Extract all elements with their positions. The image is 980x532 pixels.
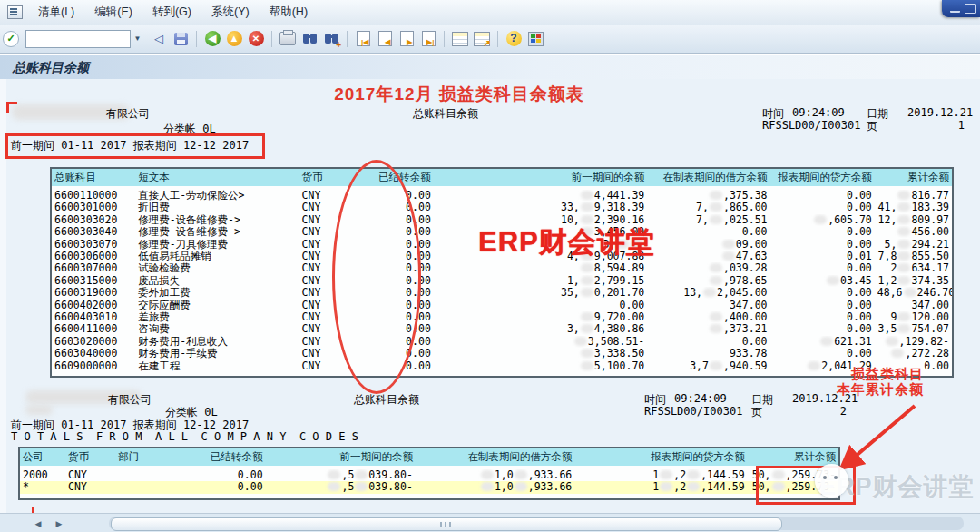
column-header: 前一期间的余额	[434, 169, 647, 188]
table-row[interactable]: 6600301000折旧费CNY0.0033,9,318.397,,865.00…	[52, 202, 952, 213]
table-cell: 1,0,933.66	[416, 468, 574, 481]
table-cell: 3,7,940.59	[647, 360, 769, 372]
blur-patch	[581, 276, 593, 285]
blur-patch	[722, 240, 735, 249]
table-row[interactable]: 6603020000财务费用-利息收入CNY0.003,508.51-0.006…	[52, 336, 952, 348]
blur-patch	[897, 263, 910, 272]
first-page-icon[interactable]	[353, 29, 373, 49]
table-cell: 816.77	[875, 188, 952, 202]
toolbar: ✓ ▼ ◁ ◀ ▲ ✕ ?	[0, 25, 980, 54]
table-header-row: 公司货币部门已结转余额前一期间的余额在制表期间的借方余额报表期间的贷方余额累计余…	[20, 448, 838, 468]
time-value: 09:24:09	[792, 106, 845, 119]
scroll-right-icon[interactable]: ▶	[51, 517, 67, 530]
table-cell: 0.00	[770, 226, 875, 238]
blur-patch	[481, 470, 494, 479]
exit-icon[interactable]: ▲	[224, 29, 244, 49]
save-icon[interactable]	[171, 29, 191, 49]
table-view-icon[interactable]	[450, 29, 470, 49]
table-cell: 4,441.39	[434, 188, 647, 202]
column-header: 在制表期间的借方余额	[416, 448, 574, 468]
scrollbar-track[interactable]	[109, 517, 964, 530]
blur-patch	[710, 263, 722, 272]
screen-menu-icon[interactable]	[7, 5, 23, 19]
table-cell: 0.00	[647, 226, 769, 238]
table-cell: CNY	[299, 188, 347, 202]
table-cell: CNY	[299, 348, 347, 360]
cancel-icon[interactable]: ✕	[246, 29, 266, 49]
blur-patch	[820, 337, 833, 346]
table-cell: 2000	[20, 468, 65, 481]
table-row[interactable]: 6609000000在建工程CNY0.005,100.703,7,940.592…	[52, 360, 952, 372]
table-cell: 1,2,799.15	[434, 275, 647, 287]
table-cell: 差旅费	[135, 311, 299, 323]
table-row[interactable]: 6600110000直接人工-劳动保险公>CNY0.004,441.39,375…	[52, 188, 952, 202]
table-cell: ,978.65	[647, 275, 769, 287]
blur-patch	[897, 276, 910, 285]
enter-left-icon[interactable]: ◁	[149, 29, 169, 49]
table-cell: 35,0,201.70	[434, 287, 647, 299]
print-icon[interactable]	[278, 29, 298, 49]
table-cell: 直接人工-劳动保险公>	[135, 188, 299, 202]
table-cell: 3,5754.07	[875, 323, 952, 335]
column-header: 公司	[20, 448, 65, 468]
command-field[interactable]	[25, 30, 131, 48]
page-next-icon	[400, 31, 414, 46]
table-row[interactable]: *CNY0.00,5039.80-1,0,933.661,2,144.5950,…	[20, 481, 838, 493]
help-icon[interactable]: ?	[504, 29, 524, 49]
enter-check-icon[interactable]: ✓	[1, 29, 21, 49]
program-id: RFSSLD00/I00301	[762, 119, 860, 132]
menu-list[interactable]: 清单(L)	[28, 3, 84, 22]
page-label: 页	[867, 119, 877, 134]
blur-patch	[827, 276, 839, 285]
table-cell: CNY	[65, 468, 115, 481]
command-dropdown-icon[interactable]: ▼	[131, 30, 144, 48]
table-row[interactable]: 6603040000财务费用-手续费CNY0.003,338.50933.780…	[52, 348, 952, 360]
column-header: 货币	[65, 448, 115, 468]
last-page-icon[interactable]	[418, 29, 438, 49]
time-value-2: 09:24:09	[674, 392, 727, 405]
menu-help[interactable]: 帮助(H)	[260, 3, 318, 22]
table-cell: 修理费-刀具修理费	[135, 239, 299, 251]
maximize-button[interactable]	[965, 4, 976, 14]
menu-goto[interactable]: 转到(G)	[142, 3, 201, 22]
printer-icon	[279, 32, 296, 45]
table-row[interactable]: 6600402000交际应酬费CNY0.000.00347.000.00347.…	[52, 300, 952, 311]
next-page-icon[interactable]	[397, 29, 416, 49]
previous-page-icon[interactable]	[375, 29, 395, 49]
scroll-left-icon[interactable]: ◀	[30, 517, 46, 530]
table-cell: 6600303070	[52, 239, 135, 251]
table-row[interactable]: 6600403010差旅费CNY0.009,720.00,400.000.009…	[52, 311, 952, 323]
table-cell: 3,4,380.86	[434, 323, 647, 335]
menu-edit[interactable]: 编辑(E)	[84, 3, 142, 22]
table-cell: 咨询费	[135, 323, 299, 335]
scrollbar-thumb[interactable]	[111, 517, 782, 531]
question-icon: ?	[506, 31, 522, 46]
table-row[interactable]: 6600315000废品损失CNY0.001,2,799.15,978.6503…	[52, 275, 952, 287]
table-cell: 试验检验费	[135, 262, 299, 274]
table-row[interactable]: 2000CNY0.00,5039.80-1,0,933.661,2,144.59…	[20, 468, 838, 481]
grid-arrow-icon	[474, 32, 490, 46]
back-icon[interactable]: ◀	[202, 29, 222, 49]
gl-balance-table-box: 总账科目短文本货币已结转余额前一期间的余额在制表期间的借方余额报表期间的贷方余额…	[50, 167, 954, 378]
grid-icon	[452, 32, 468, 46]
menu-system[interactable]: 系统(Y)	[201, 3, 260, 22]
blur-patch	[660, 482, 672, 491]
program-id-2: RFSSLD00/I00301	[644, 405, 742, 418]
table-cell: 6600110000	[52, 188, 135, 202]
table-cell: 0.00	[170, 468, 265, 481]
table-cell: 7,8855.50	[875, 251, 952, 262]
table-cell: 0.00	[434, 300, 647, 311]
table-cell: 6600402000	[52, 300, 135, 311]
blur-patch	[897, 251, 910, 261]
minimize-button[interactable]	[950, 5, 960, 13]
blur-patch	[897, 191, 910, 200]
table-cell: 3,508.51-	[434, 336, 647, 348]
table-row[interactable]: 6600411000咨询费CNY0.003,4,380.86,373.210.0…	[52, 323, 952, 335]
table-shortcut-icon[interactable]	[472, 29, 492, 49]
table-row[interactable]: 6600307000试验检验费CNY0.008,594.89,039.280.0…	[52, 262, 952, 274]
table-cell: 456.00	[875, 226, 952, 238]
customize-layout-icon[interactable]	[525, 29, 545, 49]
find-next-icon[interactable]	[321, 29, 341, 49]
find-icon[interactable]	[299, 29, 319, 49]
table-row[interactable]: 6600319000委外加工费CNY0.0035,0,201.7013,2,04…	[52, 287, 952, 299]
